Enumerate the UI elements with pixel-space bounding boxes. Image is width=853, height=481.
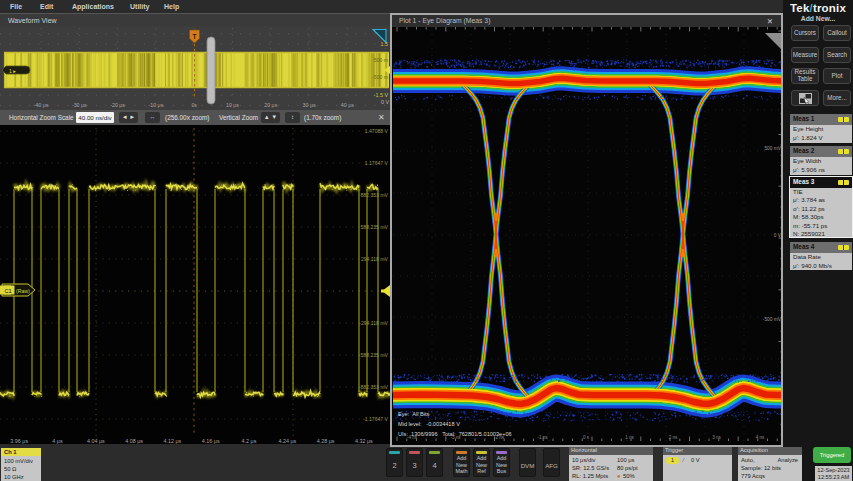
svg-text:588.235 mV: 588.235 mV	[361, 224, 389, 230]
svg-text:4.12 μs: 4.12 μs	[164, 438, 182, 444]
svg-text:2 ns: 2 ns	[669, 435, 678, 440]
svg-text:30 μs: 30 μs	[303, 102, 316, 108]
svg-text:500 m: 500 m	[374, 57, 388, 63]
svg-text:1 ns: 1 ns	[625, 435, 634, 440]
svg-text:1 ▸: 1 ▸	[9, 68, 16, 74]
svg-text:20 μs: 20 μs	[264, 102, 277, 108]
svg-text:-588.235 mV: -588.235 mV	[359, 352, 389, 358]
svg-text:0 V: 0 V	[774, 233, 781, 238]
svg-text:294.118 mV: 294.118 mV	[361, 256, 389, 262]
svg-text:T: T	[193, 33, 197, 40]
svg-text:0 V: 0 V	[381, 99, 389, 105]
svg-text:4.2 μs: 4.2 μs	[242, 438, 257, 444]
svg-text:-1 ns: -1 ns	[537, 435, 548, 440]
svg-text:882.353 mV: 882.353 mV	[361, 192, 389, 198]
svg-text:-1.5 V: -1.5 V	[374, 92, 389, 98]
svg-text:-40 μs: -40 μs	[34, 102, 49, 108]
svg-text:1.5: 1.5	[381, 41, 389, 47]
svg-text:3.96 μs: 3.96 μs	[10, 438, 28, 444]
svg-text:-10 μs: -10 μs	[148, 102, 163, 108]
svg-text:3 ns: 3 ns	[712, 435, 721, 440]
svg-text:Eye: All Bits: Eye: All Bits	[398, 411, 430, 417]
svg-text:4.16 μs: 4.16 μs	[202, 438, 220, 444]
svg-text:UIs: 1306/9996 Total: 7628: UIs: 1306/9996 Total: 762801/5.01003e+06	[398, 431, 512, 437]
svg-text:4 ns: 4 ns	[756, 435, 765, 440]
svg-text:-500 m: -500 m	[372, 74, 388, 80]
svg-text:4.32 μs: 4.32 μs	[355, 438, 373, 444]
svg-text:-294.118 mV: -294.118 mV	[359, 320, 388, 326]
svg-text:4.28 μs: 4.28 μs	[317, 438, 335, 444]
svg-text:(Raw): (Raw)	[16, 288, 30, 294]
svg-text:0 s: 0 s	[583, 435, 590, 440]
svg-text:40 μs: 40 μs	[341, 102, 354, 108]
svg-text:4.08 μs: 4.08 μs	[125, 438, 143, 444]
svg-text:1.47088 V: 1.47088 V	[365, 128, 389, 134]
svg-text:0s: 0s	[191, 102, 197, 108]
svg-text:-882.353 mV: -882.353 mV	[359, 384, 389, 390]
svg-text:500 mV: 500 mV	[764, 146, 781, 151]
svg-text:-20 μs: -20 μs	[110, 102, 125, 108]
svg-text:-30 μs: -30 μs	[72, 102, 87, 108]
svg-text:Mid level: -0.0034418 V: Mid level: -0.0034418 V	[398, 421, 460, 427]
svg-text:1.17647 V: 1.17647 V	[365, 160, 389, 166]
svg-text:-1.17647 V: -1.17647 V	[363, 416, 389, 422]
svg-text:10 μs: 10 μs	[226, 102, 239, 108]
svg-text:C1: C1	[5, 288, 12, 294]
svg-text:4 μs: 4 μs	[52, 438, 63, 444]
svg-text:-500 mV: -500 mV	[763, 317, 781, 322]
svg-text:4.24 μs: 4.24 μs	[278, 438, 296, 444]
svg-text:4.04 μs: 4.04 μs	[87, 438, 105, 444]
